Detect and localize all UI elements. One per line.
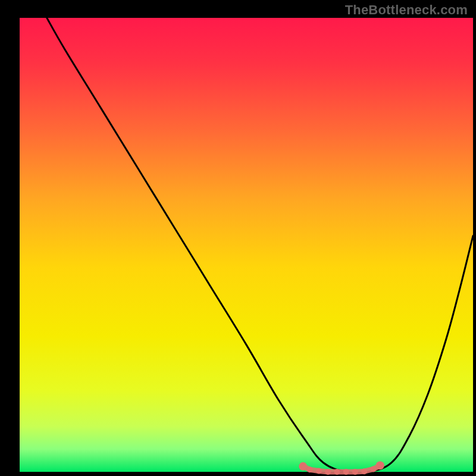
watermark-text: TheBottleneck.com	[345, 2, 468, 18]
optimal-marker	[376, 461, 384, 469]
optimal-marker	[325, 469, 331, 475]
optimal-marker	[299, 462, 307, 471]
optimal-marker	[307, 466, 313, 472]
optimal-marker	[343, 469, 349, 475]
bottleneck-chart	[0, 0, 476, 476]
optimal-marker	[352, 469, 358, 475]
optimal-marker	[370, 466, 376, 472]
optimal-marker	[361, 468, 367, 474]
optimal-marker	[316, 468, 322, 474]
chart-frame: TheBottleneck.com	[0, 0, 476, 476]
optimal-marker	[334, 469, 340, 475]
